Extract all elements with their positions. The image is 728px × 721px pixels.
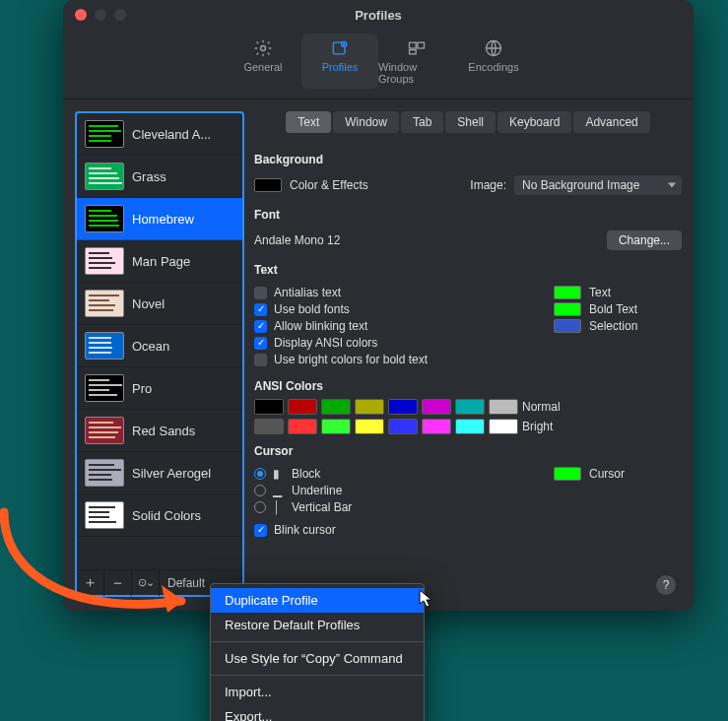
profile-name: Silver Aerogel (132, 466, 211, 481)
tab-tab[interactable]: Tab (401, 111, 443, 133)
profile-thumbnail (85, 247, 124, 275)
tab-shell[interactable]: Shell (445, 111, 496, 133)
settings-panel: TextWindowTabShellKeyboardAdvanced Backg… (254, 111, 682, 597)
profile-item-cleveland-a-[interactable]: Cleveland A... (77, 113, 242, 156)
toolbar-label: Profiles (322, 61, 359, 73)
checkbox-allow-blinking-text[interactable]: ✓ (254, 320, 267, 333)
titlebar: Profiles (63, 0, 694, 30)
menu-item-duplicate-profile[interactable]: Duplicate Profile (211, 588, 424, 613)
cursor-shape-glyph: ▁ (273, 484, 285, 497)
ansi-color-swatch[interactable] (422, 399, 451, 415)
ansi-color-swatch[interactable] (355, 419, 384, 434)
ansi-color-swatch[interactable] (422, 419, 451, 434)
font-value: Andale Mono 12 (254, 233, 340, 247)
ansi-color-swatch[interactable] (254, 399, 284, 415)
preferences-toolbar: General Profiles Window Groups Encodings (63, 30, 694, 99)
zoom-window-button[interactable] (114, 9, 126, 21)
menu-separator (211, 641, 424, 642)
menu-item-export-[interactable]: Export... (211, 704, 424, 721)
blink-cursor-label: Blink cursor (274, 523, 336, 537)
checkbox-antialias-text[interactable] (254, 287, 267, 299)
profile-actions-button[interactable]: ⊙⌄ (132, 570, 160, 596)
checkbox-label: Antialias text (274, 286, 341, 299)
toolbar-general[interactable]: General (225, 33, 301, 89)
change-font-button[interactable]: Change... (607, 230, 682, 250)
blink-cursor-checkbox[interactable]: ✓ (254, 524, 267, 537)
menu-item-use-style-for-copy-command[interactable]: Use Style for “Copy” Command (211, 646, 424, 671)
profile-item-solid-colors[interactable]: Solid Colors (77, 494, 242, 537)
ansi-color-swatch[interactable] (489, 419, 518, 434)
cursor-shape-radio-block[interactable] (254, 468, 266, 480)
ansi-color-swatch[interactable] (388, 399, 418, 415)
profile-item-novel[interactable]: Novel (77, 283, 242, 325)
color-swatch-bold-text[interactable] (554, 302, 581, 316)
ansi-color-swatch[interactable] (455, 399, 485, 415)
checkbox-label: Use bright colors for bold text (274, 353, 428, 366)
cursor-shape-label: Vertical Bar (292, 500, 352, 514)
close-window-button[interactable] (75, 9, 87, 21)
checkbox-display-ansi-colors[interactable]: ✓ (254, 337, 267, 350)
swatch-label: Selection (589, 319, 637, 333)
swatch-label: Bold Text (589, 302, 637, 316)
menu-item-restore-default-profiles[interactable]: Restore Default Profiles (211, 613, 424, 637)
minimize-window-button[interactable] (95, 9, 106, 21)
cursor-shape-radio-vertical-bar[interactable] (254, 501, 266, 513)
ansi-color-swatch[interactable] (355, 399, 384, 415)
profile-item-red-sands[interactable]: Red Sands (77, 410, 242, 452)
profile-thumbnail (85, 374, 124, 402)
cursor-color-swatch[interactable] (554, 467, 581, 481)
background-color-swatch[interactable] (254, 178, 282, 192)
ansi-color-swatch[interactable] (489, 399, 518, 415)
toolbar-window-groups[interactable]: Window Groups (378, 33, 455, 89)
ansi-color-swatch[interactable] (321, 399, 351, 415)
checkbox-use-bold-fonts[interactable]: ✓ (254, 303, 267, 316)
tab-advanced[interactable]: Advanced (573, 111, 649, 133)
background-image-select[interactable]: No Background Image (514, 175, 682, 195)
color-swatch-text[interactable] (554, 286, 581, 299)
ansi-color-swatch[interactable] (321, 419, 351, 434)
profile-item-homebrew[interactable]: Homebrew (77, 198, 242, 240)
ansi-color-swatch[interactable] (288, 419, 317, 434)
toolbar-encodings[interactable]: Encodings (455, 33, 532, 89)
profile-item-ocean[interactable]: Ocean (77, 325, 242, 367)
tab-keyboard[interactable]: Keyboard (497, 111, 571, 133)
profile-thumbnail (85, 332, 124, 360)
section-font: Font (254, 208, 682, 222)
tab-text[interactable]: Text (286, 111, 331, 133)
toolbar-label: Window Groups (378, 61, 455, 85)
ansi-color-swatch[interactable] (254, 419, 284, 434)
profile-thumbnail (85, 459, 124, 487)
profile-item-silver-aerogel[interactable]: Silver Aerogel (77, 452, 242, 494)
toolbar-label: Encodings (468, 61, 518, 73)
checkbox-label: Allow blinking text (274, 319, 367, 333)
preferences-window: Profiles General Profiles Window Groups … (63, 0, 694, 611)
toolbar-label: General (243, 61, 282, 73)
tab-window[interactable]: Window (333, 111, 399, 133)
color-swatch-selection[interactable] (554, 319, 581, 333)
checkbox-use-bright-colors-for-bold-text[interactable] (254, 354, 267, 366)
checkbox-label: Use bold fonts (274, 302, 350, 316)
svg-rect-5 (410, 50, 417, 54)
profile-item-pro[interactable]: Pro (77, 367, 242, 410)
add-profile-button[interactable]: ＋ (77, 570, 104, 596)
profile-list[interactable]: Cleveland A...GrassHomebrewMan PageNovel… (77, 113, 242, 569)
toolbar-profiles[interactable]: Profiles (301, 33, 378, 89)
mouse-cursor-icon (419, 589, 434, 609)
profile-item-grass[interactable]: Grass (77, 156, 242, 198)
profile-name: Cleveland A... (132, 127, 211, 142)
help-button[interactable]: ? (656, 575, 676, 595)
ansi-color-swatch[interactable] (388, 419, 418, 434)
ansi-color-swatch[interactable] (455, 419, 485, 434)
settings-tabs: TextWindowTabShellKeyboardAdvanced (254, 111, 682, 133)
menu-item-import-[interactable]: Import... (211, 680, 424, 704)
remove-profile-button[interactable]: − (104, 570, 132, 596)
profile-name: Pro (132, 381, 152, 396)
profile-thumbnail (85, 417, 124, 444)
ansi-color-swatch[interactable] (288, 399, 317, 415)
cursor-shape-radio-underline[interactable] (254, 485, 266, 496)
profile-thumbnail (85, 290, 124, 317)
background-color-label: Color & Effects (290, 178, 368, 192)
profile-item-man-page[interactable]: Man Page (77, 240, 242, 283)
profile-thumbnail (85, 501, 124, 529)
profile-name: Homebrew (132, 212, 194, 227)
